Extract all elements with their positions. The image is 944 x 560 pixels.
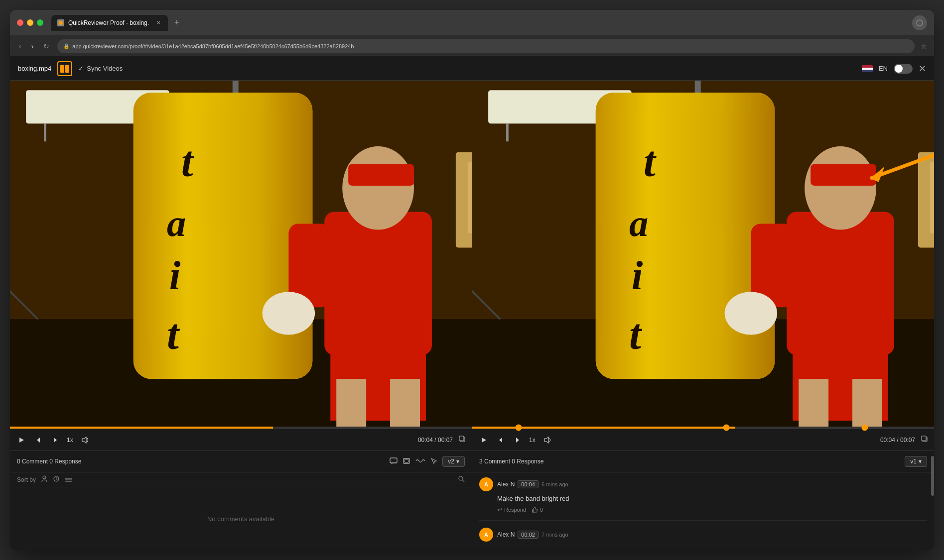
- tab-title: QuickReviewer Proof - boxing.: [68, 19, 149, 26]
- comment-item-2: A Alex N 00:02 7 mins ago: [479, 528, 927, 550]
- crop-tool-button[interactable]: [403, 457, 410, 466]
- left-progress-fill: [10, 427, 273, 429]
- right-version-label: v1: [910, 458, 917, 465]
- like-button-1[interactable]: 0: [532, 507, 543, 513]
- pointer-tool-button[interactable]: [430, 457, 437, 466]
- left-next-button[interactable]: [50, 435, 61, 446]
- language-label: EN: [879, 65, 888, 72]
- svg-rect-31: [390, 379, 420, 427]
- right-comments-list: A Alex N 00:04 6 mins ago: [472, 472, 934, 550]
- svg-rect-7: [44, 123, 46, 141]
- left-play-button[interactable]: [16, 435, 27, 446]
- svg-rect-69: [852, 379, 882, 427]
- left-video-panel: t a i t: [10, 81, 472, 450]
- new-tab-button[interactable]: +: [170, 16, 184, 30]
- url-bar[interactable]: 🔒 app.quickreviewer.com/proof/#/video/31…: [57, 39, 915, 53]
- sort-person-icon[interactable]: [41, 475, 48, 484]
- right-prev-button[interactable]: [495, 435, 506, 446]
- right-volume-button[interactable]: [541, 435, 553, 446]
- comment-header-2: A Alex N 00:02 7 mins ago: [479, 528, 927, 542]
- right-version-dropdown[interactable]: v1 ▾: [905, 456, 927, 467]
- refresh-button[interactable]: ↻: [41, 40, 51, 52]
- app-close-button[interactable]: ✕: [919, 63, 926, 74]
- active-tab[interactable]: QuickReviewer Proof - boxing. ✕: [51, 15, 168, 31]
- layout-toggle-button[interactable]: [57, 61, 72, 76]
- left-search-button[interactable]: [458, 475, 465, 484]
- layout-bar-right: [65, 65, 69, 73]
- svg-text:i: i: [169, 253, 181, 298]
- sync-videos-toggle[interactable]: ✓ Sync Videos: [78, 65, 123, 72]
- svg-marker-74: [482, 438, 486, 443]
- bookmark-button[interactable]: ☆: [921, 42, 927, 50]
- svg-rect-19: [134, 93, 312, 379]
- svg-rect-39: [459, 436, 464, 441]
- left-progress-bar[interactable]: [10, 427, 472, 429]
- svg-rect-24: [324, 212, 432, 355]
- left-video-container[interactable]: t a i t: [10, 81, 472, 427]
- right-progress-fill: [472, 427, 735, 429]
- svg-point-1: [917, 20, 923, 26]
- avatar-1: A: [479, 477, 493, 491]
- video-panels: t a i t: [10, 81, 934, 450]
- right-copy-button[interactable]: [921, 436, 928, 444]
- wave-tool-button[interactable]: [415, 457, 425, 466]
- svg-point-88: [459, 476, 463, 480]
- comment-meta-1: Alex N 00:04 6 mins ago: [497, 480, 568, 488]
- left-volume-button[interactable]: [79, 435, 91, 446]
- left-time-display: 00:04 / 00:07: [418, 437, 453, 444]
- back-button[interactable]: ‹: [17, 40, 23, 52]
- sync-label: Sync Videos: [87, 65, 123, 72]
- progress-dot-1[interactable]: [515, 425, 522, 431]
- svg-rect-62: [787, 212, 894, 355]
- left-speed-label[interactable]: 1x: [67, 437, 73, 444]
- tab-favicon: [57, 19, 64, 26]
- header-right: EN ✕: [862, 63, 926, 74]
- forward-button[interactable]: ›: [29, 40, 36, 52]
- sort-time-icon[interactable]: [53, 475, 60, 484]
- right-comment-count: 3 Comment 0 Response: [479, 458, 900, 465]
- svg-marker-34: [19, 438, 24, 443]
- left-sort-bar: Sort by: [10, 472, 472, 487]
- right-progress-bar[interactable]: [472, 427, 934, 429]
- svg-rect-80: [390, 458, 397, 463]
- right-video-container[interactable]: t a i t: [472, 81, 934, 427]
- svg-text:t: t: [644, 138, 657, 186]
- layout-bar-left: [60, 65, 64, 73]
- tab-close-button[interactable]: ✕: [155, 19, 162, 26]
- title-bar: QuickReviewer Proof - boxing. ✕ +: [10, 10, 934, 36]
- main-content: t a i t: [10, 81, 934, 550]
- minimize-traffic-light[interactable]: [27, 19, 33, 26]
- chat-tool-button[interactable]: [390, 457, 398, 466]
- dark-mode-toggle[interactable]: [894, 64, 913, 74]
- svg-rect-30: [336, 379, 366, 427]
- maximize-traffic-light[interactable]: [37, 19, 43, 26]
- svg-line-89: [463, 480, 465, 482]
- comment-item-1: A Alex N 00:04 6 mins ago: [479, 477, 927, 521]
- language-flag: [862, 65, 873, 72]
- right-play-button[interactable]: [478, 435, 489, 446]
- left-comment-toolbar: 0 Comment 0 Response: [10, 451, 472, 472]
- right-video-controls: 1x 00:04 / 00:07: [472, 429, 934, 450]
- timestamp-badge-2[interactable]: 00:02: [518, 531, 539, 539]
- svg-text:a: a: [629, 202, 648, 244]
- right-video-frame: t a i t: [472, 81, 934, 427]
- sort-list-icon[interactable]: [65, 476, 72, 484]
- progress-dot-2[interactable]: [723, 425, 729, 431]
- commenter-name-1: Alex N: [497, 481, 515, 488]
- timestamp-badge-1[interactable]: 00:04: [518, 480, 539, 488]
- file-name-label: boxing.mp4: [18, 65, 51, 72]
- svg-point-63: [805, 146, 876, 230]
- respond-button-1[interactable]: ↩ Respond: [497, 506, 526, 513]
- left-version-dropdown[interactable]: v2 ▾: [442, 456, 465, 467]
- svg-marker-36: [54, 438, 57, 443]
- progress-dot-3[interactable]: [861, 425, 868, 431]
- svg-marker-77: [544, 437, 548, 443]
- close-traffic-light[interactable]: [17, 19, 23, 26]
- window-control-button[interactable]: [912, 15, 927, 30]
- right-speed-label[interactable]: 1x: [529, 437, 536, 444]
- comment-header-1: A Alex N 00:04 6 mins ago: [479, 477, 927, 491]
- left-prev-button[interactable]: [33, 435, 44, 446]
- right-scrollbar[interactable]: [931, 451, 934, 550]
- right-next-button[interactable]: [512, 435, 523, 446]
- left-copy-button[interactable]: [459, 436, 466, 444]
